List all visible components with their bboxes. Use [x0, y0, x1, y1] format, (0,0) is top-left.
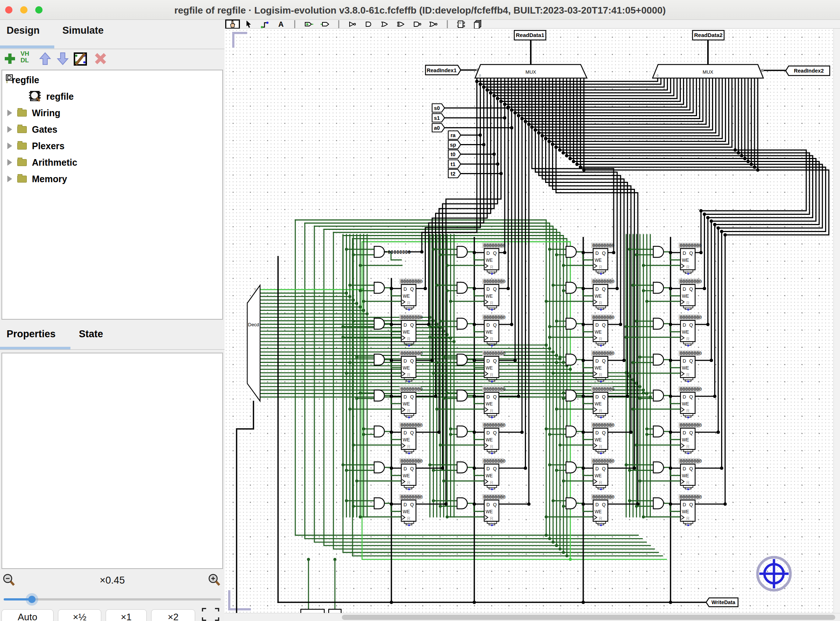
wire[interactable] [711, 159, 816, 221]
wire-junction [555, 361, 558, 364]
register-tool[interactable] [470, 20, 485, 29]
and-gate[interactable] [566, 462, 576, 473]
nor-gate-tool[interactable] [426, 20, 441, 29]
tree-item-plexers[interactable]: Plexers [5, 138, 65, 154]
delete-circuit-icon[interactable] [93, 51, 108, 66]
and-gate[interactable] [374, 390, 384, 401]
clipped-pin[interactable] [329, 609, 341, 613]
move-up-icon[interactable] [38, 51, 52, 66]
and-gate[interactable] [374, 318, 384, 329]
xor-gate-tool[interactable] [394, 20, 409, 29]
and-gate[interactable] [374, 246, 384, 257]
nand-gate-tool[interactable] [410, 20, 425, 29]
input-pin-tool[interactable] [302, 20, 316, 29]
zoom-slider-handle[interactable] [28, 596, 36, 603]
add-circuit-icon[interactable] [3, 51, 17, 66]
and-gate[interactable] [457, 390, 467, 401]
and-gate[interactable] [566, 426, 576, 437]
wire[interactable] [553, 78, 729, 144]
and-gate[interactable] [374, 354, 384, 365]
and-gate[interactable] [566, 390, 576, 401]
tree-item-arithmetic[interactable]: Arithmetic [5, 154, 77, 170]
wire[interactable] [305, 223, 550, 539]
tree-item-wiring[interactable]: Wiring [5, 105, 61, 121]
selection-corners-icon[interactable] [201, 607, 220, 621]
vertical-scrollbar[interactable] [833, 29, 840, 613]
decoder-select-wire[interactable] [237, 401, 254, 613]
wire[interactable] [549, 141, 631, 432]
add-vhdl-icon[interactable]: VHDL [21, 51, 29, 64]
tree-item-regfile[interactable]: regfile [5, 72, 39, 88]
wire[interactable] [305, 223, 642, 539]
and-gate[interactable] [566, 282, 576, 293]
tab-simulate[interactable]: Simulate [62, 25, 104, 36]
edit-appearance-icon[interactable] [73, 51, 89, 67]
and-gate[interactable] [457, 282, 467, 293]
or-gate-tool[interactable] [378, 20, 392, 29]
register-reset-pin [408, 453, 410, 454]
decoder[interactable] [247, 285, 260, 401]
and-gate[interactable] [457, 462, 467, 473]
and-gate[interactable] [374, 282, 384, 293]
poke-tool[interactable] [225, 20, 240, 29]
and-gate[interactable] [457, 426, 467, 437]
expand-arrow-icon[interactable] [8, 142, 12, 149]
and-gate[interactable] [374, 426, 384, 437]
zoom-half-button[interactable]: ×½ [58, 609, 101, 621]
wire[interactable] [532, 78, 709, 127]
wire[interactable] [725, 170, 829, 235]
and-gate[interactable] [566, 318, 576, 329]
and-gate[interactable] [457, 318, 467, 329]
expand-arrow-icon[interactable] [8, 110, 12, 116]
output-pin-tool[interactable] [317, 20, 332, 29]
edit-tool[interactable] [242, 20, 256, 29]
zoom-two-button[interactable]: ×2 [151, 609, 195, 621]
wire[interactable] [546, 139, 627, 396]
and-gate[interactable] [566, 498, 576, 509]
and-gate[interactable] [457, 354, 467, 365]
and-gate[interactable] [566, 246, 576, 257]
expand-arrow-icon[interactable] [8, 159, 12, 166]
and-gate[interactable] [374, 498, 384, 509]
circuit-canvas[interactable]: 0000000000000000DQWER00000000DQWER000000… [225, 29, 833, 613]
wire[interactable] [715, 161, 819, 224]
and-gate[interactable] [457, 498, 467, 509]
horizontal-scrollbar[interactable] [225, 613, 840, 621]
text-tool[interactable]: A [273, 20, 288, 29]
tree-item-regfile[interactable]: mainregfile [29, 88, 74, 105]
expand-arrow-icon[interactable] [8, 126, 12, 133]
tab-properties[interactable]: Properties [7, 329, 56, 340]
tree-item-gates[interactable]: Gates [5, 121, 57, 138]
wire[interactable] [708, 156, 813, 218]
horizontal-scrollbar-thumb[interactable] [342, 615, 835, 620]
and-gate[interactable] [653, 390, 664, 401]
register-q-label: Q [602, 394, 606, 400]
dff-tool[interactable]: D [454, 20, 469, 29]
and-gate[interactable] [653, 498, 664, 509]
move-down-icon[interactable] [56, 51, 70, 66]
and-gate[interactable] [374, 462, 384, 473]
tree-item-memory[interactable]: Memory [5, 171, 67, 187]
not-gate-tool[interactable] [346, 20, 360, 29]
and-gate[interactable] [566, 354, 576, 365]
and-gate[interactable] [653, 282, 664, 293]
tab-design[interactable]: Design [7, 25, 39, 36]
register-reset-label: R [599, 265, 602, 270]
and-gate-tool[interactable] [362, 20, 376, 29]
wire[interactable] [477, 78, 658, 81]
zoom-auto-button[interactable]: Auto [2, 609, 53, 621]
wire[interactable] [532, 127, 614, 253]
clipped-pin[interactable] [301, 609, 324, 613]
expand-arrow-icon[interactable] [8, 176, 12, 182]
and-gate[interactable] [653, 318, 664, 329]
and-gate[interactable] [457, 246, 467, 257]
wire[interactable] [704, 153, 809, 214]
and-gate[interactable] [653, 246, 664, 257]
zoom-one-button[interactable]: ×1 [106, 609, 147, 621]
tab-state[interactable]: State [79, 329, 103, 340]
wiring-tool[interactable] [258, 20, 272, 29]
and-gate[interactable] [653, 426, 664, 437]
and-gate[interactable] [653, 462, 664, 473]
and-gate[interactable] [653, 354, 664, 365]
zoom-in-icon[interactable] [208, 573, 222, 589]
